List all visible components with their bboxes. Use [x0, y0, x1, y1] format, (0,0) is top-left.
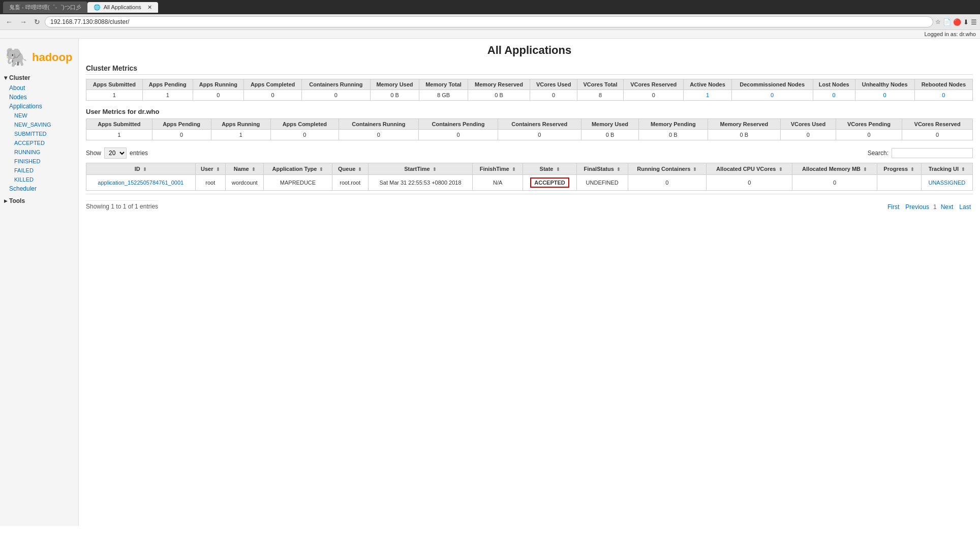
tab-bilibili[interactable]: 鬼畜 - 哔哩哔哩(゜-゜)つ口彡: [3, 2, 87, 13]
sidebar-sub-new-saving[interactable]: NEW_SAVING: [0, 120, 78, 129]
sidebar-cluster-toggle[interactable]: ▾ Cluster: [0, 72, 78, 83]
sidebar-item-about[interactable]: About: [0, 83, 78, 93]
search-label: Search:: [868, 150, 889, 157]
entries-label: entries: [130, 150, 148, 157]
new-saving-link[interactable]: NEW_SAVING: [14, 122, 51, 128]
menu-icon[interactable]: ☰: [971, 18, 977, 26]
search-input[interactable]: [892, 148, 973, 158]
app-col-11[interactable]: Allocated Memory MB ⇕: [792, 163, 877, 175]
sort-icon-9: ⇕: [693, 167, 697, 172]
cluster-metric-value-11[interactable]: 1: [706, 92, 709, 98]
sort-icon-10: ⇕: [779, 167, 783, 172]
app-tracking-link-anchor[interactable]: UNASSIGNED: [928, 180, 965, 186]
failed-link[interactable]: FAILED: [14, 167, 34, 173]
last-button[interactable]: Last: [957, 203, 973, 211]
sidebar-tools-section: ▸ Tools: [0, 195, 78, 206]
page-title: All Applications: [86, 44, 973, 57]
accepted-link[interactable]: ACCEPTED: [14, 140, 45, 146]
show-entries-select[interactable]: 20: [104, 147, 127, 159]
app-col-3[interactable]: Application Type ⇕: [264, 163, 332, 175]
hadoop-logo: 🐘 hadoop: [0, 43, 78, 72]
forward-button[interactable]: →: [17, 17, 29, 27]
back-button[interactable]: ←: [3, 17, 15, 27]
sidebar-sub-failed[interactable]: FAILED: [0, 166, 78, 175]
cluster-metric-value-3: 0: [243, 90, 301, 101]
sidebar-sub-accepted[interactable]: ACCEPTED: [0, 138, 78, 147]
sidebar-sub-submitted[interactable]: SUBMITTED: [0, 129, 78, 138]
new-link[interactable]: NEW: [14, 112, 27, 119]
cluster-metrics-col-15: Rebooted Nodes: [914, 79, 972, 90]
user-metric-value-5: 0: [419, 130, 498, 140]
browser-tab-bar: 鬼畜 - 哔哩哔哩(゜-゜)つ口彡 🌐 All Applications ✕: [0, 0, 980, 14]
previous-button[interactable]: Previous: [903, 203, 931, 211]
cluster-metric-value-0: 1: [86, 90, 143, 101]
cluster-metrics-title: Cluster Metrics: [86, 64, 973, 75]
app-col-10[interactable]: Allocated CPU VCores ⇕: [707, 163, 792, 175]
sidebar-sub-finished[interactable]: FINISHED: [0, 157, 78, 166]
cluster-metrics-col-11: Active Nodes: [684, 79, 731, 90]
sidebar-item-applications[interactable]: Applications: [0, 102, 78, 111]
sort-icon-4: ⇕: [358, 167, 362, 172]
app-col-12[interactable]: Progress ⇕: [877, 163, 921, 175]
app-col-0[interactable]: ID ⇕: [86, 163, 196, 175]
tab-close-icon[interactable]: ✕: [147, 4, 152, 11]
cluster-metric-value-15[interactable]: 0: [942, 92, 945, 98]
sidebar-item-scheduler[interactable]: Scheduler: [0, 184, 78, 193]
refresh-button[interactable]: ↻: [32, 17, 43, 27]
sidebar-sub-killed[interactable]: KILLED: [0, 175, 78, 184]
app-running-containers: 0: [628, 175, 707, 191]
about-link[interactable]: About: [9, 84, 25, 92]
sort-icon-5: ⇕: [433, 167, 437, 172]
user-metrics-col-5: Containers Pending: [419, 119, 498, 130]
applications-link[interactable]: Applications: [9, 103, 42, 110]
app-col-4[interactable]: Queue ⇕: [332, 163, 368, 175]
address-text: 192.168.77.130:8088/cluster/: [50, 18, 129, 25]
bookmark-icon[interactable]: ☆: [935, 18, 941, 25]
app-col-8[interactable]: FinalStatus ⇕: [576, 163, 628, 175]
sort-icon-2: ⇕: [252, 167, 256, 172]
killed-link[interactable]: KILLED: [14, 176, 34, 183]
app-col-1[interactable]: User ⇕: [195, 163, 226, 175]
sidebar-sub-new[interactable]: NEW: [0, 111, 78, 120]
user-metrics-col-10: VCores Used: [781, 119, 836, 130]
tools-label: Tools: [9, 197, 25, 204]
scheduler-link[interactable]: Scheduler: [9, 185, 37, 192]
user-metrics-col-3: Apps Completed: [270, 119, 339, 130]
ext-icon2[interactable]: 🔴: [953, 18, 961, 26]
ext-icon3[interactable]: ⬇: [963, 18, 969, 26]
table-controls: Show 20 entries Search:: [86, 147, 973, 159]
app-type: MAPREDUCE: [264, 175, 332, 191]
app-state: ACCEPTED: [523, 175, 577, 191]
sidebar-tools-toggle[interactable]: ▸ Tools: [0, 195, 78, 206]
finished-link[interactable]: FINISHED: [14, 158, 40, 164]
app-col-7[interactable]: State ⇕: [523, 163, 577, 175]
sidebar-item-nodes[interactable]: Nodes: [0, 93, 78, 102]
address-bar[interactable]: 192.168.77.130:8088/cluster/: [45, 16, 933, 27]
first-button[interactable]: First: [885, 203, 901, 211]
nodes-link[interactable]: Nodes: [9, 94, 27, 101]
app-col-5[interactable]: StartTime ⇕: [368, 163, 472, 175]
cluster-metrics-col-14: Unhealthy Nodes: [855, 79, 914, 90]
tab-all-applications[interactable]: 🌐 All Applications ✕: [87, 2, 158, 13]
app-finish-time: N/A: [473, 175, 523, 191]
main-content: All Applications Cluster Metrics Apps Su…: [79, 39, 980, 526]
page-wrapper: 🐘 hadoop ▾ Cluster About Nodes Applicati…: [0, 39, 980, 526]
app-col-2[interactable]: Name ⇕: [226, 163, 264, 175]
app-id-link-anchor[interactable]: application_1522505784761_0001: [98, 180, 183, 186]
submitted-link[interactable]: SUBMITTED: [14, 131, 47, 137]
app-col-6[interactable]: FinishTime ⇕: [473, 163, 523, 175]
app-col-9[interactable]: Running Containers ⇕: [628, 163, 707, 175]
cluster-metric-value-1: 1: [142, 90, 193, 101]
next-button[interactable]: Next: [939, 203, 956, 211]
ext-icon1[interactable]: 📄: [943, 18, 951, 26]
user-metric-value-11: 0: [836, 130, 902, 140]
app-col-13[interactable]: Tracking UI ⇕: [921, 163, 972, 175]
cluster-metric-value-14[interactable]: 0: [883, 92, 886, 98]
showing-row: Showing 1 to 1 of 1 entries First Previo…: [86, 194, 973, 212]
cluster-metric-value-12[interactable]: 0: [771, 92, 774, 98]
cluster-metric-value-13[interactable]: 0: [833, 92, 836, 98]
sidebar-sub-running[interactable]: RUNNING: [0, 147, 78, 157]
running-link[interactable]: RUNNING: [14, 149, 40, 155]
browser-nav-bar: ← → ↻ 192.168.77.130:8088/cluster/ ☆ 📄 🔴…: [0, 14, 980, 30]
user-metric-value-12: 0: [902, 130, 973, 140]
